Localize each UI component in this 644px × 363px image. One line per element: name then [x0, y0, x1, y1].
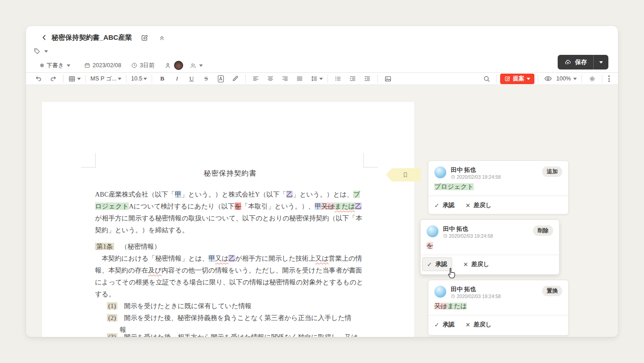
- author-name: 田中 拓也: [443, 225, 533, 232]
- bullet-list-icon: [334, 75, 342, 82]
- highlight-pen-button[interactable]: [228, 73, 242, 84]
- card-author-block: 田中 拓也 2020/02/03 19:24:58: [451, 166, 542, 180]
- timestamp: 2020/02/03 19:24:58: [457, 294, 501, 299]
- rename-button[interactable]: [140, 33, 149, 42]
- caret-down-icon: [199, 64, 203, 67]
- document-text: 秘密保持契約書 ABC産業株式会社（以下「甲」という。）と株式会社Y（以下「乙」…: [95, 102, 365, 337]
- italic-button[interactable]: I: [170, 73, 184, 84]
- tag-icon: [33, 48, 41, 55]
- approve-button[interactable]: ✓承認: [422, 257, 452, 271]
- character-style-button[interactable]: A: [214, 73, 227, 84]
- status-dropdown[interactable]: 下書き: [40, 62, 70, 69]
- text-segment: ロジェクト: [95, 203, 129, 210]
- redo-button[interactable]: [46, 73, 60, 84]
- owner-avatar[interactable]: [174, 61, 183, 70]
- more-options-button[interactable]: [606, 75, 612, 82]
- clock-icon: [451, 294, 455, 299]
- date-field[interactable]: 2023/02/08: [84, 62, 121, 69]
- divider: [377, 75, 378, 83]
- text-segment: プロジェクト: [434, 183, 474, 190]
- text-segment: が相手方に開示する秘密情報の取扱いについて、以下のとおりの秘密保持契約（以下「本: [95, 214, 362, 222]
- undo-button[interactable]: [32, 73, 45, 84]
- avatar: [427, 225, 438, 237]
- card-footer: ✓承認 ✕差戻し: [421, 255, 559, 273]
- text-segment: 「本取引」という。）、: [241, 203, 315, 210]
- zoom-select[interactable]: 100%: [555, 73, 578, 84]
- text-segment: を: [427, 242, 433, 249]
- reject-button[interactable]: ✕差戻し: [463, 260, 489, 268]
- document-heading: 秘密保持契約書: [95, 169, 365, 178]
- table-menu-button[interactable]: [67, 73, 82, 84]
- back-button[interactable]: [40, 33, 49, 42]
- divider: [581, 75, 582, 83]
- bullet-list-button[interactable]: [331, 73, 345, 84]
- share-members-dropdown[interactable]: [190, 62, 203, 69]
- text-segment: 又は: [344, 333, 358, 337]
- align-left-button[interactable]: [249, 73, 263, 84]
- tag-selector[interactable]: [33, 48, 48, 55]
- search-button[interactable]: [480, 73, 493, 84]
- preview-button[interactable]: [541, 73, 555, 84]
- save-button[interactable]: 保存: [558, 58, 593, 66]
- settings-button[interactable]: [585, 73, 599, 84]
- header-row-meta: 下書き 2023/02/08 3日前: [26, 58, 618, 73]
- timestamp: 2020/02/03 19:24:58: [449, 233, 493, 239]
- line-spacing-button[interactable]: [309, 73, 324, 84]
- divider: [602, 75, 602, 83]
- text-segment: 又は: [215, 255, 228, 262]
- pen-icon: [232, 75, 239, 82]
- bookmark-flag[interactable]: [386, 168, 421, 182]
- indent-decrease-button[interactable]: [360, 73, 374, 84]
- eye-icon: [544, 75, 552, 83]
- text-segment: 」という。）と株式会社Y（以下「: [181, 191, 286, 198]
- strikethrough-button[interactable]: S: [199, 73, 213, 84]
- bold-button[interactable]: B: [155, 73, 169, 84]
- underline-button[interactable]: U: [185, 73, 198, 84]
- font-family-select[interactable]: MS P ゴ...: [89, 73, 123, 84]
- indent-increase-button[interactable]: [346, 73, 359, 84]
- reject-button[interactable]: ✕差戻し: [465, 320, 491, 329]
- card-author-block: 田中 拓也 2020/02/03 19:24:58: [443, 225, 533, 239]
- proposal-mode-button[interactable]: 提案: [500, 74, 534, 84]
- x-icon: ✕: [465, 202, 470, 209]
- suggestion-card-add[interactable]: 田中 拓也 2020/02/03 19:24:58 追加 プロジェクト ✓承認 …: [428, 160, 569, 214]
- document-line: (1) 開示を受けたときに既に保有していた情報: [95, 300, 365, 312]
- text-segment: を: [235, 203, 242, 210]
- font-size-select[interactable]: 10.5: [130, 73, 148, 84]
- reject-button[interactable]: ✕差戻し: [465, 201, 491, 209]
- card-author-block: 田中 拓也 2020/02/03 19:24:58: [451, 286, 542, 299]
- document-page[interactable]: 秘密保持契約書 ABC産業株式会社（以下「甲」という。）と株式会社Y（以下「乙」…: [42, 102, 414, 337]
- suggestion-card-replace[interactable]: 田中 拓也 2020/02/03 19:24:58 置換 又はまたは ✓承認 ✕…: [428, 280, 569, 336]
- suggestion-card-delete[interactable]: 田中 拓也 2020/02/03 19:24:58 削除 を ✓承認 ✕差戻し: [420, 219, 560, 275]
- insert-image-button[interactable]: [381, 73, 395, 84]
- document-line: 契約」という。）を締結する。: [95, 224, 365, 236]
- collapse-header-button[interactable]: [158, 33, 167, 42]
- check-icon: ✓: [434, 321, 439, 328]
- table-icon: [68, 75, 76, 83]
- editor-content-area: 秘密保持契約書 ABC産業株式会社（以下「甲」という。）と株式会社Y（以下「乙」…: [26, 85, 618, 337]
- divider: [63, 75, 63, 83]
- divider: [85, 75, 86, 83]
- avatar: [434, 166, 446, 178]
- suggestion-type-badge: 追加: [542, 166, 562, 177]
- align-right-button[interactable]: [278, 73, 292, 84]
- approve-button[interactable]: ✓承認: [434, 201, 454, 209]
- suggestion-content: プロジェクト: [428, 180, 568, 196]
- approve-button[interactable]: ✓承認: [434, 320, 454, 329]
- align-center-button[interactable]: [264, 73, 277, 84]
- align-justify-icon: [296, 75, 303, 82]
- text-segment: 開示を受けたときに既に保有していた情報: [117, 302, 252, 310]
- text-segment: 又は: [315, 255, 328, 262]
- caret-down-icon: [44, 50, 48, 53]
- divider: [152, 75, 152, 83]
- caret-down-icon: [67, 64, 70, 67]
- text-segment: 又は: [321, 203, 334, 210]
- align-justify-button[interactable]: [293, 73, 306, 84]
- text-segment: または: [335, 203, 355, 210]
- text-segment: 営業上の情: [329, 255, 362, 262]
- suggestion-type-badge: 削除: [533, 225, 553, 236]
- search-icon: [483, 75, 491, 83]
- save-options-button[interactable]: [594, 55, 608, 69]
- text-segment: プ: [353, 191, 360, 198]
- bookmark-icon: [402, 171, 409, 178]
